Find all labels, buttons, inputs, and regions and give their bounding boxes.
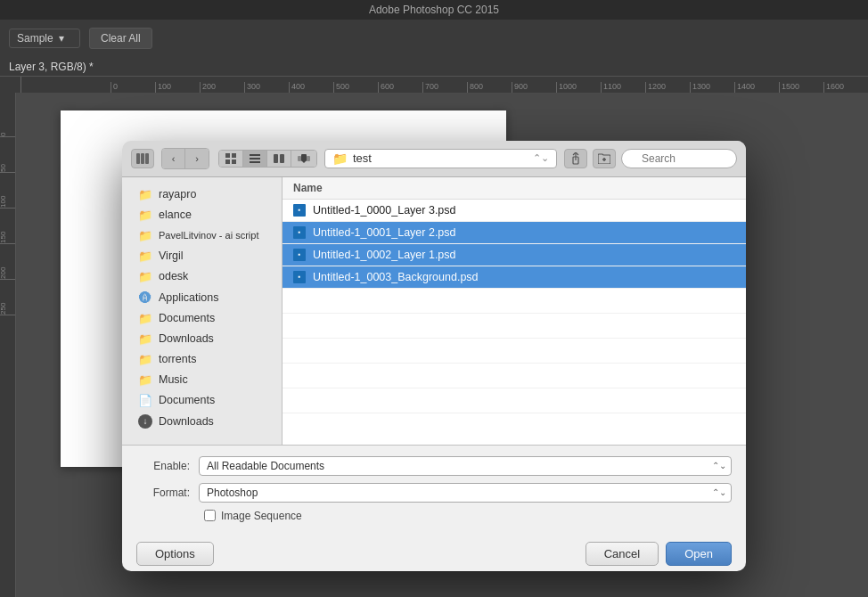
sidebar-item-music[interactable]: 📁 Music bbox=[126, 370, 278, 390]
document-icon: 📄 bbox=[138, 394, 152, 407]
file-name: Untitled-1_0000_Layer 3.psd bbox=[313, 204, 456, 217]
svg-rect-2 bbox=[145, 153, 149, 164]
format-select[interactable]: Photoshop JPEG PNG bbox=[199, 483, 732, 503]
sidebar-item-downloads[interactable]: 📁 Downloads bbox=[126, 329, 278, 349]
column-view-btn[interactable] bbox=[267, 151, 291, 167]
sidebar-item-applications[interactable]: 🅐 Applications bbox=[126, 287, 278, 308]
coverflow-view-button[interactable] bbox=[291, 151, 316, 167]
file-name: Untitled-1_0002_Layer 1.psd bbox=[313, 249, 456, 261]
enable-select[interactable]: All Readable Documents All Files Photosh… bbox=[199, 456, 732, 476]
sidebar-item-pavellitvinov[interactable]: 📁 PavelLitvinov - ai script bbox=[126, 225, 278, 246]
folder-icon: 📁 bbox=[138, 312, 152, 325]
sidebar-item-virgil[interactable]: 📁 Virgil bbox=[126, 246, 278, 266]
clear-all-button[interactable]: Clear All bbox=[89, 28, 152, 49]
sidebar-item-documents2[interactable]: 📄 Documents bbox=[126, 390, 278, 411]
enable-label: Enable: bbox=[136, 460, 190, 472]
file-row-empty bbox=[283, 289, 746, 314]
dialog-footer: Options Cancel Open bbox=[122, 533, 746, 571]
folder-icon: 📁 bbox=[138, 373, 152, 387]
footer-right-buttons: Cancel Open bbox=[585, 542, 732, 566]
sidebar-item-label: Downloads bbox=[159, 415, 214, 428]
svg-rect-13 bbox=[298, 156, 301, 161]
app-title: Adobe Photoshop CC 2015 bbox=[369, 4, 499, 16]
svg-rect-8 bbox=[250, 158, 260, 159]
sidebar-item-label: odesk bbox=[159, 270, 188, 282]
svg-rect-3 bbox=[225, 153, 230, 158]
app-title-bar: Adobe Photoshop CC 2015 bbox=[0, 0, 868, 20]
enable-row: Enable: All Readable Documents All Files… bbox=[136, 456, 732, 476]
folder-icon: 📁 bbox=[332, 151, 348, 166]
sidebar-item-label: PavelLitvinov - ai script bbox=[159, 230, 259, 241]
folder-icon: 📁 bbox=[138, 209, 152, 222]
enable-select-wrap: All Readable Documents All Files Photosh… bbox=[199, 456, 732, 476]
icon-view-button[interactable] bbox=[219, 151, 243, 167]
ruler-horizontal: 0 100 200 300 400 500 600 700 800 900 10… bbox=[0, 77, 868, 93]
sidebar-item-torrents[interactable]: 📁 torrents bbox=[126, 349, 278, 370]
svg-rect-11 bbox=[280, 154, 284, 163]
sidebar-item-rayapro[interactable]: 📁 rayapro bbox=[126, 184, 278, 205]
location-text: test bbox=[353, 151, 372, 165]
dialog-bottom: Enable: All Readable Documents All Files… bbox=[122, 445, 746, 533]
svg-rect-10 bbox=[274, 154, 278, 163]
psd-icon: ▪ bbox=[293, 271, 306, 283]
file-row[interactable]: ▪ Untitled-1_0003_Background.psd bbox=[283, 266, 746, 289]
sample-dropdown[interactable]: Sample ▾ bbox=[9, 29, 80, 48]
svg-rect-1 bbox=[141, 153, 144, 164]
file-row-empty bbox=[283, 364, 746, 388]
sidebar-item-label: rayapro bbox=[159, 188, 196, 200]
location-bar: 📁 test ⌃⌄ bbox=[324, 149, 557, 168]
new-folder-button[interactable] bbox=[593, 149, 616, 168]
sidebar-item-odesk[interactable]: 📁 odesk bbox=[126, 266, 278, 287]
forward-icon: › bbox=[195, 153, 199, 164]
ruler-marks: 0 100 200 300 400 500 600 700 800 900 10… bbox=[111, 82, 868, 93]
back-icon: ‹ bbox=[172, 153, 176, 164]
dialog-body: 📁 rayapro 📁 elance 📁 PavelLitvinov - ai … bbox=[122, 177, 746, 445]
dialog-sidebar: 📁 rayapro 📁 elance 📁 PavelLitvinov - ai … bbox=[122, 177, 283, 445]
file-name: Untitled-1_0003_Background.psd bbox=[313, 271, 479, 283]
dropdown-arrow-icon: ▾ bbox=[59, 32, 64, 45]
search-input[interactable] bbox=[621, 149, 737, 168]
sidebar-item-elance[interactable]: 📁 elance bbox=[126, 205, 278, 225]
options-button[interactable]: Options bbox=[136, 542, 214, 566]
sidebar-item-label: Downloads bbox=[159, 332, 214, 345]
name-column-header: Name bbox=[293, 182, 323, 194]
psd-icon: ▪ bbox=[293, 226, 306, 239]
sidebar-item-label: Virgil bbox=[159, 249, 184, 262]
list-view-button[interactable] bbox=[243, 151, 267, 167]
svg-rect-0 bbox=[136, 153, 140, 164]
file-row[interactable]: ▪ Untitled-1_0002_Layer 1.psd bbox=[283, 244, 746, 266]
file-row[interactable]: ▪ Untitled-1_0000_Layer 3.psd bbox=[283, 200, 746, 222]
folder-icon: 📁 bbox=[138, 249, 152, 263]
dialog-toolbar: ‹ › bbox=[122, 141, 746, 177]
sidebar-item-label: Applications bbox=[159, 291, 218, 304]
psd-icon: ▪ bbox=[293, 204, 306, 217]
nav-button-group: ‹ › bbox=[161, 148, 209, 169]
forward-button[interactable]: › bbox=[185, 149, 209, 168]
sidebar-item-downloads2[interactable]: ↓ Downloads bbox=[126, 411, 278, 432]
app-topbar: Sample ▾ Clear All bbox=[0, 20, 868, 57]
share-button[interactable] bbox=[564, 149, 587, 168]
search-container: 🔍 bbox=[621, 149, 737, 168]
app-body: 0 50 100 150 200 250 bbox=[0, 93, 868, 597]
folder-icon: 📁 bbox=[138, 353, 152, 366]
sidebar-item-documents[interactable]: 📁 Documents bbox=[126, 308, 278, 329]
format-label: Format: bbox=[136, 487, 190, 499]
psd-icon: ▪ bbox=[293, 249, 306, 261]
folder-icon: 📁 bbox=[138, 188, 152, 201]
back-button[interactable]: ‹ bbox=[162, 149, 185, 168]
dialog-overlay: ‹ › bbox=[0, 93, 868, 597]
svg-rect-14 bbox=[307, 156, 310, 161]
svg-rect-7 bbox=[250, 154, 260, 156]
folder-icon: 📁 bbox=[138, 332, 152, 346]
format-row: Format: Photoshop JPEG PNG ⌃⌄ bbox=[136, 483, 732, 503]
file-row[interactable]: ▪ Untitled-1_0001_Layer 2.psd bbox=[283, 222, 746, 244]
image-sequence-checkbox[interactable] bbox=[204, 510, 216, 521]
open-button[interactable]: Open bbox=[666, 542, 732, 566]
cancel-button[interactable]: Cancel bbox=[585, 542, 659, 566]
column-view-button[interactable] bbox=[131, 149, 154, 168]
applications-icon: 🅐 bbox=[138, 290, 152, 305]
image-sequence-row: Image Sequence bbox=[136, 510, 732, 522]
svg-rect-12 bbox=[301, 154, 307, 161]
location-dropdown-arrow: ⌃⌄ bbox=[533, 152, 549, 164]
sidebar-item-label: Music bbox=[159, 373, 188, 386]
